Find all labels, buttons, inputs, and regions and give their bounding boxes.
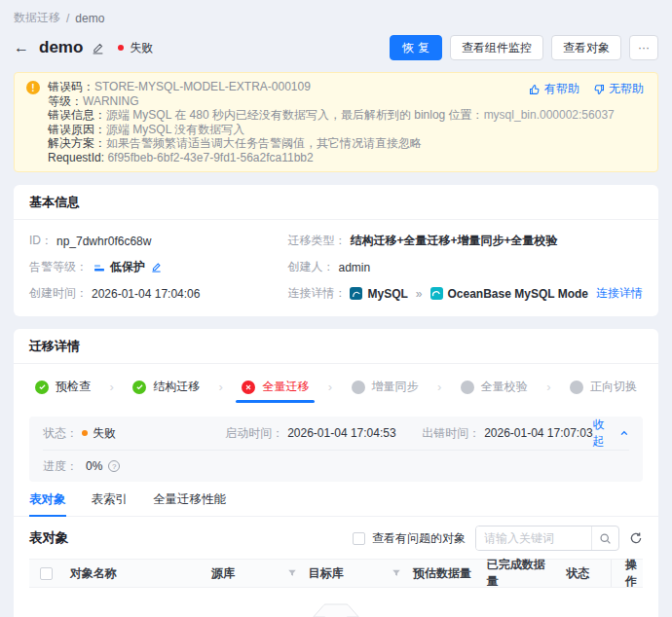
alert-field-label: 错误码： <box>48 80 94 93</box>
more-actions-button[interactable]: ··· <box>629 35 658 60</box>
created-time-label: 创建时间： <box>29 285 88 302</box>
status-panel-row2: 进度： 0% ? <box>43 451 629 482</box>
breadcrumb: 数据迁移 / demo <box>14 10 658 26</box>
alert-feedback: 有帮助 无帮助 <box>529 81 644 97</box>
chevron-right-icon: › <box>219 380 223 402</box>
db-arrow: » <box>416 287 423 301</box>
step-schema-migration[interactable]: 结构迁移 <box>132 379 200 403</box>
error-time-value: 2026-01-04 17:07:03 <box>484 426 592 440</box>
problem-objects-label[interactable]: 查看有问题的对象 <box>372 530 466 547</box>
status-value: 失败 <box>93 425 116 442</box>
close-circle-icon <box>242 381 255 394</box>
step-full-migration[interactable]: 全量迁移 <box>242 379 309 403</box>
not-helpful-label: 无帮助 <box>609 81 644 97</box>
migration-steps: 预检查 › 结构迁移 › 全量迁移 › 增量同步 › 全量校验 › <box>14 364 658 415</box>
creator-label: 创建人： <box>287 259 334 275</box>
tab-table-objects[interactable]: 表对象 <box>29 491 66 516</box>
filter-funnel-icon[interactable] <box>392 568 401 578</box>
search-button[interactable] <box>591 526 618 550</box>
connection-detail-link[interactable]: 连接详情 <box>596 285 643 302</box>
tab-full-migration-performance[interactable]: 全量迁移性能 <box>153 491 226 516</box>
progress-label: 进度： <box>43 458 78 475</box>
step-label: 正向切换 <box>590 379 637 395</box>
alert-level-value: 低保护 <box>110 259 145 275</box>
basic-info-title: 基本信息 <box>29 195 80 209</box>
basic-info-header: 基本信息 <box>14 185 658 220</box>
search-input[interactable] <box>476 526 591 550</box>
table-empty-state: 暂无数据 <box>14 588 658 617</box>
problem-objects-checkbox[interactable] <box>353 532 365 545</box>
status-group: 状态： 失败 <box>43 425 225 442</box>
column-estimated-rows: 预估数据量 <box>407 565 481 582</box>
failed-dot-icon <box>82 430 88 436</box>
status-label: 状态： <box>43 425 78 442</box>
start-time-label: 启动时间： <box>225 425 283 442</box>
task-id-value: np_7dwhr0f6c68w <box>56 235 151 248</box>
select-all-cell <box>29 567 64 580</box>
edit-title-icon[interactable] <box>92 42 104 54</box>
warning-alert: ! 错误码：STORE-MYSQL-MODEL-EXTRA-000109 等级：… <box>14 72 658 172</box>
migration-detail-title: 迁移详情 <box>29 339 80 353</box>
detail-tabs: 表对象 表索引 全量迁移性能 <box>14 482 658 517</box>
warning-icon: ! <box>26 81 40 94</box>
breadcrumb-section[interactable]: 数据迁移 <box>14 10 60 26</box>
mysql-icon <box>350 287 362 300</box>
helpful-label: 有帮助 <box>544 81 579 97</box>
refresh-button[interactable] <box>629 531 643 545</box>
column-label: 源库 <box>211 565 235 582</box>
title-actions: 恢复 查看组件监控 查看对象 ··· <box>390 35 658 60</box>
step-incremental-sync[interactable]: 增量同步 <box>352 379 419 403</box>
title-row: ← demo 失败 恢复 查看组件监控 查看对象 ··· <box>14 35 658 60</box>
chevron-right-icon: › <box>546 380 550 402</box>
search-icon <box>599 532 612 545</box>
collapse-link[interactable]: 收起 <box>593 417 629 450</box>
info-row-connection: 连接详情： MySQL » OceanBase MySQL Mode 连接详情 <box>287 280 643 307</box>
empty-inbox-icon <box>305 603 367 617</box>
back-icon[interactable]: ← <box>14 40 29 55</box>
view-component-monitor-button[interactable]: 查看组件监控 <box>450 35 543 60</box>
basic-info-body: ID： np_7dwhr0f6c68w 迁移类型： 结构迁移+全量迁移+增量同步… <box>14 220 658 316</box>
view-objects-button[interactable]: 查看对象 <box>551 35 621 60</box>
migration-detail-card: 迁移详情 预检查 › 结构迁移 › 全量迁移 › 增量同步 › <box>14 329 658 617</box>
alert-field-label: 等级： <box>48 94 83 108</box>
pending-circle-icon <box>461 381 474 394</box>
step-label: 全量迁移 <box>262 379 309 395</box>
chevron-right-icon: › <box>328 380 332 402</box>
select-all-checkbox[interactable] <box>40 567 53 580</box>
helpful-link[interactable]: 有帮助 <box>529 81 579 97</box>
filter-funnel-icon[interactable] <box>287 568 297 578</box>
resume-button[interactable]: 恢复 <box>390 35 442 60</box>
alert-request-id: 6f95fbeb-6bf2-43e7-9fd1-56a2fca11bb2 <box>107 151 313 164</box>
alert-field-value: WARNING <box>83 94 139 108</box>
not-helpful-link[interactable]: 无帮助 <box>593 81 644 97</box>
edit-alert-level-icon[interactable] <box>151 262 162 272</box>
alert-field-label: RequestId: <box>48 151 104 164</box>
pending-circle-icon <box>352 381 365 394</box>
migration-task-page: 数据迁移 / demo ← demo 失败 恢复 查看组件监控 查看对象 ···… <box>0 0 672 617</box>
info-row-id: ID： np_7dwhr0f6c68w <box>29 228 272 254</box>
breadcrumb-current: demo <box>75 12 104 25</box>
step-full-verification[interactable]: 全量校验 <box>461 379 528 403</box>
table-toolbar: 表对象 查看有问题的对象 <box>14 517 658 559</box>
basic-info-card: 基本信息 ID： np_7dwhr0f6c68w 迁移类型： 结构迁移+全量迁移… <box>14 185 658 316</box>
step-forward-switch[interactable]: 正向切换 <box>570 379 637 403</box>
info-row-created-time: 创建时间： 2026-01-04 17:04:06 <box>29 280 272 307</box>
status-dot-icon <box>118 45 124 51</box>
migration-type-value: 结构迁移+全量迁移+增量同步+全量校验 <box>350 233 557 249</box>
step-label: 增量同步 <box>372 379 419 395</box>
task-status-text: 失败 <box>130 40 153 56</box>
step-precheck[interactable]: 预检查 <box>35 379 91 403</box>
refresh-icon <box>629 531 643 545</box>
collapse-label: 收起 <box>593 417 616 450</box>
column-status: 状态 <box>560 565 611 582</box>
column-label: 目标库 <box>309 565 344 582</box>
thumbs-up-icon <box>529 84 541 95</box>
protection-level-icon <box>93 262 105 273</box>
info-circle-icon[interactable]: ? <box>108 460 120 472</box>
chevron-right-icon: › <box>437 380 441 402</box>
tab-table-indexes[interactable]: 表索引 <box>92 491 129 516</box>
start-time-group: 启动时间： 2026-01-04 17:04:53 <box>225 425 422 442</box>
alert-binlog-value: mysql_bin.000002:56037 <box>484 108 615 122</box>
column-object-name: 对象名称 <box>64 565 205 582</box>
source-db-name: MySQL <box>367 287 407 301</box>
